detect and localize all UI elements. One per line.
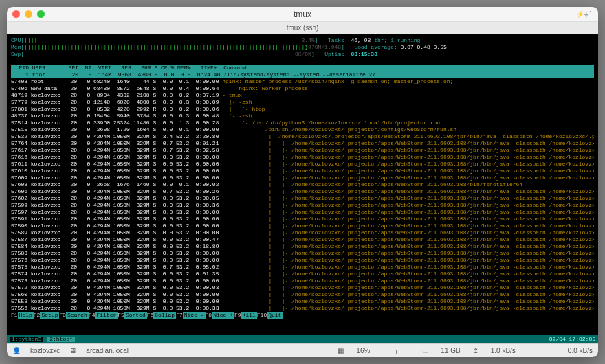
status-cpu: 16% bbox=[356, 348, 370, 354]
status-net-down: 0.0 kB/s bbox=[568, 348, 593, 354]
tab-bar[interactable]: tmux (ssh) bbox=[7, 22, 598, 34]
process-row[interactable]: 48719 kozlovzxc 20 0 8904 4332 2108 S 0.… bbox=[11, 92, 594, 99]
fnkey-f6[interactable]: F6 bbox=[147, 312, 154, 319]
swp-meter: Swp[ 0K/0K] Uptime: 03:15:38 bbox=[11, 51, 594, 58]
fnkey-label[interactable]: Quit bbox=[267, 312, 283, 319]
fnkey-f8[interactable]: F8 bbox=[206, 312, 212, 319]
fnkey-label[interactable]: Setup bbox=[40, 312, 59, 319]
process-row[interactable]: 57574 kozlovzxc 20 0 4294M 1050M 329M S … bbox=[11, 271, 594, 277]
fnkey-label[interactable]: Sorted bbox=[124, 312, 147, 319]
fnkey-f9[interactable]: F9 bbox=[234, 312, 241, 319]
process-row[interactable]: 57532 kozlovzxc 20 0 4294M 1050M 329M S … bbox=[11, 133, 594, 140]
fnkey-f4[interactable]: F4 bbox=[89, 312, 96, 319]
user-icon: 👤 bbox=[12, 348, 21, 354]
process-row[interactable]: 57514 kozlovzxc 20 0 33960 25324 11480 S… bbox=[11, 120, 594, 126]
status-mem: 11 GB bbox=[441, 348, 460, 354]
window-title: tmux bbox=[7, 10, 598, 19]
tmux-window-1[interactable]: 1:python3 bbox=[10, 337, 43, 342]
process-row[interactable]: 57590 kozlovzxc 20 0 4294M 1050M 329M S … bbox=[11, 223, 594, 229]
tab-label[interactable]: tmux (ssh) bbox=[287, 25, 319, 32]
process-row[interactable]: 57584 kozlovzxc 20 0 4294M 1050M 329M S … bbox=[11, 243, 594, 250]
cpu-meter: CPU[|||| 3.4%] Tasks: 46, 98 thr; 1 runn… bbox=[11, 37, 594, 44]
process-row[interactable]: 57602 kozlovzxc 20 0 4294M 1050M 329M S … bbox=[11, 195, 594, 202]
status-net-up: 1.0 kB/s bbox=[491, 348, 516, 354]
mem-meter: Mem[||||||||||||||||||||||||||||||||||||… bbox=[11, 44, 594, 51]
net-sparkline bbox=[528, 348, 556, 354]
process-row[interactable]: 57583 kozlovzxc 20 0 4294M 1050M 329M S … bbox=[11, 250, 594, 257]
process-row[interactable]: 57515 kozlovzxc 20 0 2608 1720 1604 S 0.… bbox=[11, 126, 594, 133]
fnkey-f2[interactable]: F2 bbox=[34, 312, 41, 319]
function-key-bar[interactable]: F1HelpF2SetupF3SearchF4FilterF5SortedF6C… bbox=[11, 312, 594, 319]
terminal-body[interactable]: CPU[|||| 3.4%] Tasks: 46, 98 thr; 1 runn… bbox=[7, 34, 598, 335]
mem-icon: ▭ bbox=[422, 348, 428, 354]
titlebar: tmux ⚡⏚1 bbox=[7, 7, 598, 22]
fnkey-f10[interactable]: F10 bbox=[257, 312, 267, 319]
process-row[interactable]: 57597 kozlovzxc 20 0 4294M 1050M 329M S … bbox=[11, 209, 594, 216]
process-row[interactable]: 57610 kozlovzxc 20 0 4294M 1050M 329M S … bbox=[11, 168, 594, 174]
process-row[interactable]: 57779 kozlovzxc 20 0 12140 6020 4000 S 0… bbox=[11, 99, 594, 106]
process-row[interactable]: 57558 kozlovzxc 20 0 4294M 1050M 329M S … bbox=[11, 298, 594, 305]
fnkey-f7[interactable]: F7 bbox=[176, 312, 183, 319]
process-row[interactable]: 57606 kozlovzxc 20 0 4294M 1050M 329M S … bbox=[11, 188, 594, 195]
status-user: kozlovzxc bbox=[30, 348, 60, 354]
process-row[interactable]: 57560 kozlovzxc 20 0 4294M 1050M 329M S … bbox=[11, 291, 594, 298]
tmux-clock: 09/04 17:02:05 bbox=[549, 337, 595, 342]
tmux-window-2[interactable]: 2:htop* bbox=[47, 337, 75, 342]
process-row[interactable]: 57403 root 20 0 68240 1640 44 S 0.0 0.1 … bbox=[11, 78, 594, 85]
process-row[interactable]: 57591 kozlovzxc 20 0 4294M 1050M 329M S … bbox=[11, 216, 594, 223]
fnkey-f1[interactable]: F1 bbox=[11, 312, 18, 319]
process-row[interactable]: 57609 kozlovzxc 20 0 4294M 1050M 329M S … bbox=[11, 174, 594, 181]
fnkey-label[interactable]: Search bbox=[66, 312, 89, 319]
process-row[interactable]: 57576 kozlovzxc 20 0 4294M 1050M 329M S … bbox=[11, 257, 594, 264]
tmux-status-bar[interactable]: 1:python32:htop* 09/04 17:02:05 bbox=[7, 335, 598, 343]
process-row-selected[interactable]: 1 root 20 0 164M 9368 4800 S 0.0 0.5 0:2… bbox=[11, 71, 594, 78]
process-row[interactable]: 57587 kozlovzxc 20 0 4294M 1050M 329M S … bbox=[11, 236, 594, 243]
cpu-sparkline bbox=[382, 348, 410, 354]
fnkey-label[interactable]: Collap bbox=[153, 312, 176, 319]
terminal-window: tmux ⚡⏚1 tmux (ssh) CPU[|||| 3.4%] Tasks… bbox=[7, 7, 598, 357]
process-row[interactable]: 57611 kozlovzxc 20 0 4294M 1050M 329M S … bbox=[11, 161, 594, 168]
process-row[interactable]: 57764 kozlovzxc 20 0 4294M 1050M 329M S … bbox=[11, 140, 594, 147]
process-row[interactable]: 57573 kozlovzxc 20 0 4294M 1050M 329M S … bbox=[11, 277, 594, 284]
process-header[interactable]: PID USER PRI NI VIRT RES SHR S CPU% MEM%… bbox=[11, 65, 594, 71]
process-row[interactable]: 57801 kozlovzxc 20 0 8532 4220 2992 R 0.… bbox=[11, 106, 594, 113]
process-row[interactable]: 57608 kozlovzxc 20 0 2668 1676 1460 S 0.… bbox=[11, 181, 594, 188]
process-row[interactable]: 57616 kozlovzxc 20 0 4294M 1050M 329M S … bbox=[11, 154, 594, 161]
process-row[interactable]: 57572 kozlovzxc 20 0 4294M 1050M 329M S … bbox=[11, 284, 594, 291]
fnkey-label[interactable]: Help bbox=[18, 312, 34, 319]
fnkey-label[interactable]: Filter bbox=[95, 312, 118, 319]
iterm-status-bar: 👤 kozlovzxc 🖥 arcadian.local ▦ 16% ▭ 11 … bbox=[7, 343, 598, 357]
fnkey-f3[interactable]: F3 bbox=[59, 312, 66, 319]
process-row[interactable]: 48737 kozlovzxc 20 0 15404 5940 3784 S 0… bbox=[11, 113, 594, 120]
process-row[interactable]: 57589 kozlovzxc 20 0 4294M 1050M 329M S … bbox=[11, 229, 594, 236]
cpu-icon: ▦ bbox=[338, 348, 344, 354]
net-up-icon: ↥ bbox=[473, 348, 478, 354]
process-row[interactable]: 57617 kozlovzxc 20 0 4294M 1050M 329M S … bbox=[11, 147, 594, 154]
fnkey-label[interactable]: Kill bbox=[241, 312, 257, 319]
status-host: arcadian.local bbox=[86, 348, 129, 354]
host-icon: 🖥 bbox=[69, 348, 76, 354]
fnkey-f5[interactable]: F5 bbox=[118, 312, 124, 319]
process-row[interactable]: 57599 kozlovzxc 20 0 4294M 1050M 329M S … bbox=[11, 202, 594, 209]
process-row[interactable]: 57406 www-data 20 0 68480 8572 6548 S 0.… bbox=[11, 85, 594, 92]
fnkey-label[interactable]: Nice - bbox=[183, 312, 206, 319]
process-row[interactable]: 57575 kozlovzxc 20 0 4294M 1050M 329M S … bbox=[11, 264, 594, 271]
fnkey-label[interactable]: Nice + bbox=[212, 312, 234, 319]
process-row[interactable]: 57556 kozlovzxc 20 0 4294M 1050M 329M S … bbox=[11, 305, 594, 312]
